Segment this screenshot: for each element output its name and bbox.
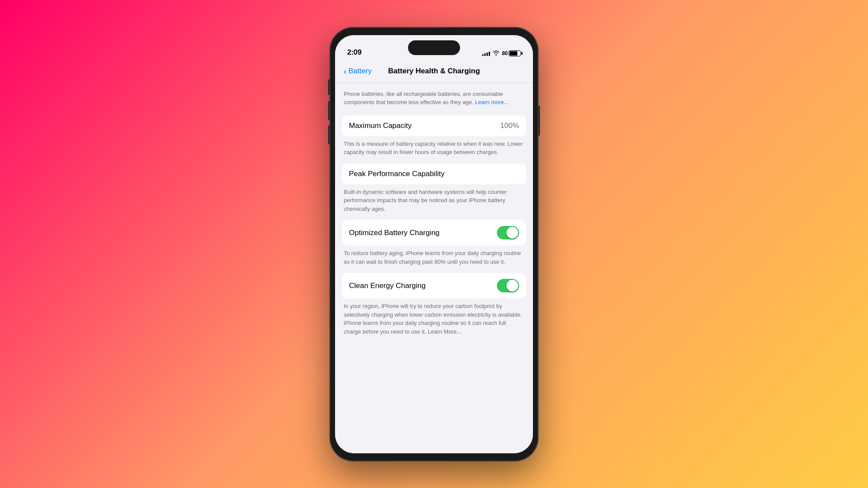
maximum-capacity-value: 100%: [500, 121, 519, 130]
peak-performance-row: Peak Performance Capability: [342, 164, 526, 184]
phone-screen: 2:09: [335, 35, 533, 453]
peak-performance-label: Peak Performance Capability: [349, 170, 444, 178]
signal-bar-3: [487, 52, 488, 56]
power-button[interactable]: [538, 105, 540, 136]
battery-status: 80: [502, 50, 521, 56]
battery-fill: [510, 51, 517, 56]
wifi-icon: [493, 50, 500, 57]
optimized-charging-card: Optimized Battery Charging: [342, 220, 526, 246]
status-time: 2:09: [347, 48, 362, 57]
signal-icon: [482, 51, 490, 56]
volume-up-button[interactable]: [328, 101, 330, 120]
clean-energy-card: Clean Energy Charging: [342, 273, 526, 298]
back-chevron-icon: ‹: [344, 67, 347, 75]
content-area: Phone batteries, like all rechargeable b…: [335, 83, 533, 453]
battery-icon: [509, 50, 521, 56]
toggle-thumb: [506, 227, 518, 239]
maximum-capacity-description: This is a measure of battery capacity re…: [342, 138, 526, 164]
mute-button[interactable]: [328, 79, 330, 95]
optimized-charging-toggle[interactable]: [497, 226, 519, 239]
clean-energy-learn-more-link[interactable]: Learn More...: [428, 328, 461, 335]
intro-paragraph: Phone batteries, like all rechargeable b…: [342, 90, 526, 107]
volume-down-button[interactable]: [328, 125, 330, 144]
clean-energy-toggle-thumb: [506, 280, 518, 291]
peak-performance-card: Peak Performance Capability: [342, 164, 526, 184]
clean-energy-toggle[interactable]: [497, 279, 519, 292]
phone-frame: 2:09: [330, 27, 538, 461]
toggle-track: [497, 226, 519, 239]
back-button[interactable]: ‹ Battery: [344, 67, 372, 75]
maximum-capacity-card: Maximum Capacity 100%: [342, 115, 526, 136]
clean-energy-description: In your region, iPhone will try to reduc…: [342, 300, 526, 343]
clean-energy-label: Clean Energy Charging: [349, 282, 426, 290]
learn-more-link[interactable]: Learn more...: [475, 99, 509, 105]
peak-performance-description: Built-in dynamic software and hardware s…: [342, 186, 526, 220]
optimized-charging-row: Optimized Battery Charging: [342, 220, 526, 246]
optimized-charging-label: Optimized Battery Charging: [349, 229, 440, 237]
signal-bar-1: [482, 54, 483, 56]
status-icons: 80: [482, 50, 521, 57]
phone-body: 2:09: [330, 27, 538, 461]
signal-bar-2: [484, 53, 486, 56]
optimized-charging-description: To reduce battery aging, iPhone learns f…: [342, 247, 526, 273]
battery-percent: 80: [502, 50, 508, 56]
dynamic-island: [408, 40, 460, 55]
navigation-bar: ‹ Battery Battery Health & Charging: [335, 60, 533, 83]
back-label: Battery: [349, 67, 372, 75]
clean-energy-row: Clean Energy Charging: [342, 273, 526, 298]
page-title: Battery Health & Charging: [388, 67, 480, 75]
maximum-capacity-label: Maximum Capacity: [349, 121, 412, 130]
signal-bar-4: [489, 52, 490, 56]
maximum-capacity-row: Maximum Capacity 100%: [342, 115, 526, 136]
clean-energy-toggle-track: [497, 279, 519, 292]
